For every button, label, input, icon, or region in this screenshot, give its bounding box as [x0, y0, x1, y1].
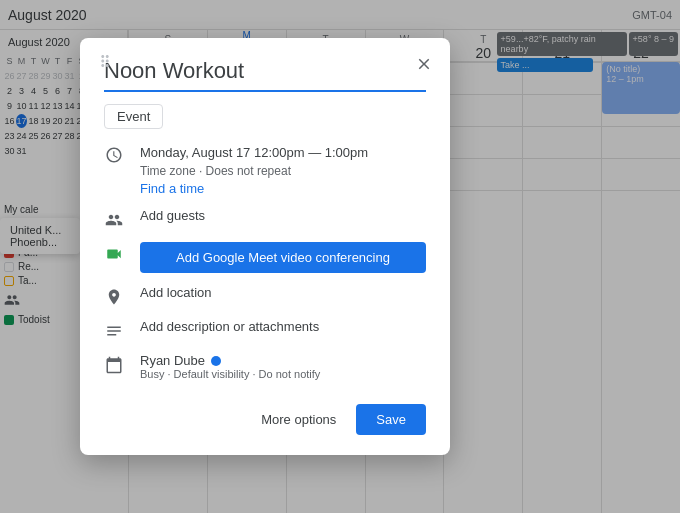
calendar-icon — [104, 355, 124, 375]
description-icon — [104, 321, 124, 341]
save-button[interactable]: Save — [356, 404, 426, 435]
guests-content: Add guests — [140, 208, 426, 223]
calendar-owner-name: Ryan Dube — [140, 353, 426, 368]
calendar-visibility-text: Busy · Default visibility · Do not notif… — [140, 368, 426, 380]
add-meet-button[interactable]: Add Google Meet video conferencing — [140, 242, 426, 273]
description-row: Add description or attachments — [104, 319, 426, 341]
meet-row: Add Google Meet video conferencing — [104, 242, 426, 273]
timezone-repeat-text: Time zone · Does not repeat — [140, 163, 426, 180]
location-pin-icon — [104, 287, 124, 307]
datetime-text[interactable]: Monday, August 17 12:00pm — 1:00pm — [140, 143, 426, 163]
find-time-link[interactable]: Find a time — [140, 181, 426, 196]
event-modal: Event Monday, August 17 12:00pm — 1:00pm… — [80, 38, 450, 455]
description-content: Add description or attachments — [140, 319, 426, 334]
blue-dot-indicator — [211, 356, 221, 366]
more-options-button[interactable]: More options — [249, 404, 348, 435]
event-title-input[interactable] — [104, 54, 426, 92]
modal-footer: More options Save — [104, 396, 426, 435]
clock-icon — [104, 145, 124, 165]
event-type-btn[interactable]: Event — [104, 104, 163, 129]
meet-video-icon — [105, 245, 123, 263]
location-content: Add location — [140, 285, 426, 300]
owner-name-text: Ryan Dube — [140, 353, 205, 368]
meet-content: Add Google Meet video conferencing — [140, 242, 426, 273]
meet-icon-spacer — [104, 244, 124, 264]
close-icon — [415, 55, 433, 73]
add-location-text[interactable]: Add location — [140, 285, 426, 300]
drag-handle-icon — [96, 52, 114, 74]
add-description-text[interactable]: Add description or attachments — [140, 319, 426, 334]
close-button[interactable] — [410, 50, 438, 78]
location-row: Add location — [104, 285, 426, 307]
add-guests-text[interactable]: Add guests — [140, 208, 426, 223]
meet-btn-label: Add Google Meet video conferencing — [176, 250, 390, 265]
calendar-owner-row: Ryan Dube Busy · Default visibility · Do… — [104, 353, 426, 380]
guests-row: Add guests — [104, 208, 426, 230]
calendar-owner-content: Ryan Dube Busy · Default visibility · Do… — [140, 353, 426, 380]
people-icon — [104, 210, 124, 230]
datetime-row: Monday, August 17 12:00pm — 1:00pm Time … — [104, 143, 426, 196]
datetime-content: Monday, August 17 12:00pm — 1:00pm Time … — [140, 143, 426, 196]
